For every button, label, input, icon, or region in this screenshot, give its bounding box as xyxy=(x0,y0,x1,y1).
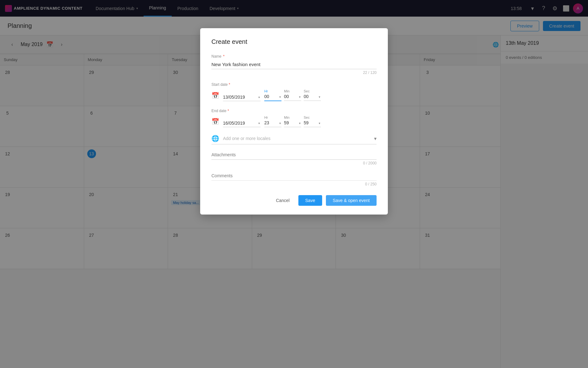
end-hr-wrapper: 23 ▾ xyxy=(264,120,281,127)
name-char-count: 22 / 120 xyxy=(211,70,377,75)
start-hr-wrapper: 00 ▾ xyxy=(264,94,281,101)
cancel-button[interactable]: Cancel xyxy=(271,195,295,205)
save-button[interactable]: Save xyxy=(298,195,322,206)
start-date-select[interactable]: 13/05/2019 xyxy=(223,95,261,100)
locale-globe-icon: 🌐 xyxy=(211,135,219,142)
end-date-select-wrapper: 16/05/2019 ▾ xyxy=(223,121,261,127)
start-date-label: Start date * xyxy=(211,82,377,87)
start-time-group: Hr 00 ▾ Min 00 xyxy=(264,89,321,101)
end-calendar-icon[interactable]: 📅 xyxy=(211,118,219,125)
attachments-char-count: 0 / 2000 xyxy=(211,161,377,165)
end-hr-field: Hr 23 ▾ xyxy=(264,116,281,127)
end-min-select[interactable]: 59 xyxy=(284,120,301,125)
end-sec-field: Sec 59 ▾ xyxy=(304,116,321,127)
end-sec-select[interactable]: 59 xyxy=(304,120,321,125)
start-sec-wrapper: 00 ▾ xyxy=(304,94,321,101)
modal-footer: Cancel Save Save & open event xyxy=(211,195,377,206)
start-sec-label: Sec xyxy=(304,89,321,93)
start-sec-select[interactable]: 00 xyxy=(304,94,321,99)
start-hr-select[interactable]: 00 xyxy=(264,94,281,99)
start-min-select[interactable]: 00 xyxy=(284,94,301,99)
name-input[interactable] xyxy=(211,60,377,69)
start-calendar-icon[interactable]: 📅 xyxy=(211,92,219,99)
end-date-form-group: End date * 📅 16/05/2019 ▾ Hr 23 xyxy=(211,109,377,127)
comments-field xyxy=(211,173,377,181)
start-sec-field: Sec 00 ▾ xyxy=(304,89,321,101)
end-date-label: End date * xyxy=(211,109,377,113)
modal-title: Create event xyxy=(211,38,377,45)
end-min-wrapper: 59 ▾ xyxy=(284,120,301,127)
name-form-group: Name * 22 / 120 xyxy=(211,54,377,75)
end-sec-label: Sec xyxy=(304,116,321,119)
start-date-form-group: Start date * 📅 13/05/2019 ▾ Hr 00 xyxy=(211,82,377,101)
start-hr-field: Hr 00 ▾ xyxy=(264,89,281,101)
end-hr-label: Hr xyxy=(264,116,281,119)
start-min-label: Min xyxy=(284,89,301,93)
modal-overlay: Create event Name * 22 / 120 Start date … xyxy=(0,0,588,368)
start-date-select-wrapper: 13/05/2019 ▾ xyxy=(223,95,261,101)
end-min-field: Min 59 ▾ xyxy=(284,116,301,127)
end-time-group: Hr 23 ▾ Min 59 xyxy=(264,116,321,127)
comments-form-group: 0 / 250 xyxy=(211,173,377,186)
start-datetime-row: 📅 13/05/2019 ▾ Hr 00 ▾ xyxy=(211,89,377,101)
end-sec-wrapper: 59 ▾ xyxy=(304,120,321,127)
end-date-select[interactable]: 16/05/2019 xyxy=(223,121,261,126)
end-hr-select[interactable]: 23 xyxy=(264,120,281,125)
comments-input[interactable] xyxy=(211,173,377,178)
end-min-label: Min xyxy=(284,116,301,119)
start-min-field: Min 00 ▾ xyxy=(284,89,301,101)
attachments-form-group: 0 / 2000 xyxy=(211,152,377,165)
locale-dropdown-arrow-icon[interactable]: ▾ xyxy=(374,136,377,142)
attachments-field xyxy=(211,152,377,160)
create-event-modal: Create event Name * 22 / 120 Start date … xyxy=(200,28,388,215)
end-datetime-row: 📅 16/05/2019 ▾ Hr 23 ▾ xyxy=(211,116,377,127)
start-hr-label: Hr xyxy=(264,89,281,93)
name-label: Name * xyxy=(211,54,377,59)
comments-char-count: 0 / 250 xyxy=(211,182,377,186)
start-min-wrapper: 00 ▾ xyxy=(284,94,301,101)
attachments-input[interactable] xyxy=(211,152,377,157)
locale-form-group: 🌐 Add one or more locales ▾ xyxy=(211,135,377,144)
save-and-open-button[interactable]: Save & open event xyxy=(326,195,377,206)
locale-row: 🌐 Add one or more locales ▾ xyxy=(211,135,377,144)
locale-select[interactable]: Add one or more locales xyxy=(223,136,377,141)
locale-select-wrapper: Add one or more locales ▾ xyxy=(223,136,377,141)
